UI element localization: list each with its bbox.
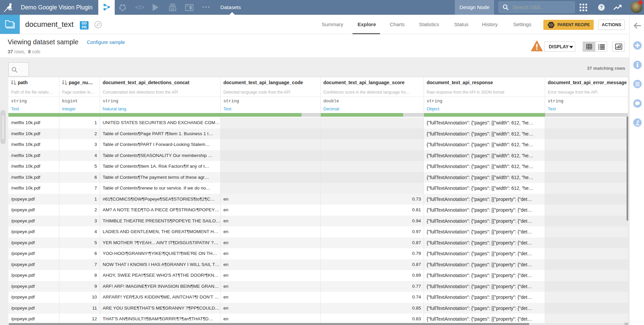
svg-text:?: ? [600,5,603,10]
